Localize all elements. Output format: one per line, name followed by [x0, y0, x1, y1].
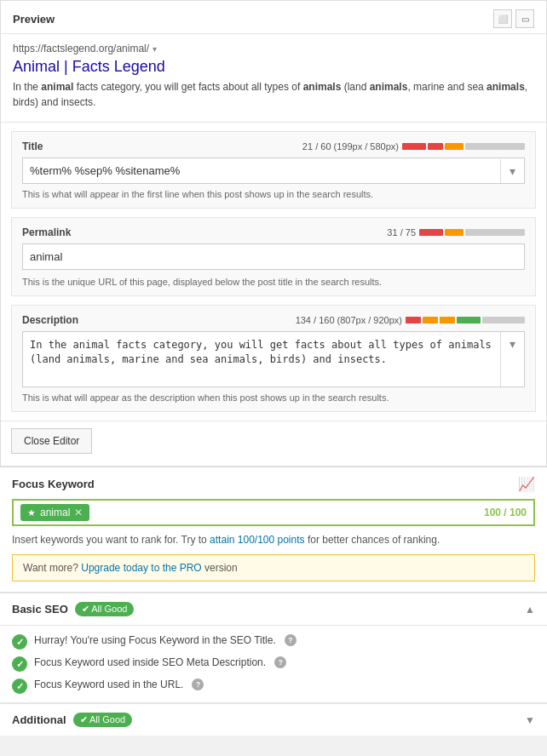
keyword-hint-prefix: Insert keywords you want to rank for. Tr… — [12, 534, 207, 546]
upgrade-suffix: version — [204, 562, 238, 574]
description-dropdown-icon[interactable]: ▾ — [500, 332, 524, 387]
additional-label: Additional — [12, 713, 66, 726]
keyword-star-icon: ★ — [27, 507, 36, 518]
desktop-icon: ⬜ — [498, 14, 508, 24]
preview-url-row: https://factslegend.org/animal/ ▾ — [13, 43, 534, 54]
description-textarea[interactable]: In the animal facts category, you will g… — [23, 332, 500, 387]
keyword-remove-icon[interactable]: ✕ — [74, 507, 83, 518]
check-text-3: Focus Keyword used in the URL. — [34, 679, 183, 690]
additional-section: Additional ✔ All Good ▼ — [0, 703, 547, 736]
title-bar-1 — [402, 143, 426, 150]
keyword-hint-link[interactable]: attain 100/100 points — [210, 534, 304, 546]
additional-badge: ✔ All Good — [73, 713, 133, 727]
desc-bar-3 — [440, 317, 455, 324]
title-field-section: Title 21 / 60 (199px / 580px) ▾ This is … — [11, 131, 536, 209]
info-icon-3[interactable]: ? — [192, 679, 204, 690]
title-counter-text: 21 / 60 (199px / 580px) — [302, 141, 399, 152]
check-text-2: Focus Keyword used inside SEO Meta Descr… — [34, 656, 266, 668]
preview-icons: ⬜ ▭ — [493, 9, 534, 28]
check-item-1: Hurray! You're using Focus Keyword in th… — [12, 634, 535, 650]
check-icon-3 — [12, 679, 27, 694]
keyword-input-wrapper[interactable]: ★ animal ✕ 100 / 100 — [12, 499, 535, 526]
title-input-wrapper: ▾ — [22, 158, 525, 184]
focus-keyword-label: Focus Keyword — [12, 478, 95, 490]
desc-bar-2 — [423, 317, 438, 324]
preview-page-title[interactable]: Animal | Facts Legend — [13, 58, 534, 76]
title-input[interactable] — [23, 158, 500, 183]
description-field-section: Description 134 / 160 (807px / 920px) In… — [11, 305, 536, 412]
basic-seo-body: Hurray! You're using Focus Keyword in th… — [0, 626, 547, 703]
keyword-hint-suffix: for better chances of ranking. — [308, 534, 440, 546]
mobile-view-button[interactable]: ▭ — [515, 9, 534, 28]
check-item-2: Focus Keyword used inside SEO Meta Descr… — [12, 656, 535, 672]
title-bar-4 — [465, 143, 525, 150]
focus-keyword-header: Focus Keyword 📈 — [12, 476, 535, 492]
permalink-bar-2 — [445, 229, 464, 236]
additional-header[interactable]: Additional ✔ All Good ▼ — [0, 704, 547, 736]
close-editor-button[interactable]: Close Editor — [11, 428, 92, 454]
preview-url-text: https://factslegend.org/animal/ — [13, 43, 149, 54]
title-dropdown-icon[interactable]: ▾ — [500, 159, 524, 183]
desktop-view-button[interactable]: ⬜ — [493, 9, 512, 28]
title-progress-bars — [402, 143, 525, 150]
title-label-row: Title 21 / 60 (199px / 580px) — [22, 140, 525, 152]
permalink-hint: This is the unique URL of this page, dis… — [22, 277, 525, 287]
permalink-counter-text: 31 / 75 — [387, 227, 416, 238]
upgrade-prefix: Want more? — [23, 562, 78, 574]
url-dropdown-arrow[interactable]: ▾ — [153, 44, 157, 54]
preview-header: Preview ⬜ ▭ — [1, 1, 546, 34]
description-counter-text: 134 / 160 (807px / 920px) — [296, 315, 402, 325]
description-progress-bars — [406, 317, 525, 324]
keyword-score: 100 / 100 — [484, 507, 527, 518]
basic-seo-label: Basic SEO — [12, 603, 68, 616]
permalink-counter: 31 / 75 — [387, 227, 525, 238]
info-icon-1[interactable]: ? — [285, 634, 297, 646]
basic-seo-badge: ✔ All Good — [75, 602, 135, 616]
permalink-field-section: Permalink 31 / 75 This is the unique URL… — [11, 217, 536, 296]
additional-title: Additional ✔ All Good — [12, 713, 132, 727]
preview-body: https://factslegend.org/animal/ ▾ Animal… — [1, 34, 546, 123]
title-counter: 21 / 60 (199px / 580px) — [302, 141, 525, 152]
title-bar-2 — [428, 143, 443, 150]
description-label-row: Description 134 / 160 (807px / 920px) — [22, 314, 525, 326]
title-bar-3 — [445, 143, 464, 150]
desc-bar-4 — [457, 317, 481, 324]
check-icon-2 — [12, 656, 27, 672]
check-item-3: Focus Keyword used in the URL. ? — [12, 679, 535, 694]
focus-keyword-section: Focus Keyword 📈 ★ animal ✕ 100 / 100 Ins… — [0, 467, 547, 593]
preview-description: In the animal facts category, you will g… — [13, 79, 534, 110]
basic-seo-chevron: ▲ — [525, 604, 535, 616]
permalink-input[interactable] — [22, 243, 525, 270]
title-hint: This is what will appear in the first li… — [22, 189, 525, 199]
additional-chevron: ▼ — [525, 714, 535, 726]
keyword-hint: Insert keywords you want to rank for. Tr… — [12, 532, 535, 547]
upgrade-banner: Want more? Upgrade today to the PRO vers… — [12, 554, 535, 581]
check-icon-1 — [12, 634, 27, 650]
permalink-label-row: Permalink 31 / 75 — [22, 226, 525, 238]
permalink-bar-1 — [419, 229, 443, 236]
basic-seo-title: Basic SEO ✔ All Good — [12, 602, 134, 616]
description-hint: This is what will appear as the descript… — [22, 392, 525, 403]
upgrade-link[interactable]: Upgrade today to the PRO — [81, 562, 201, 574]
desc-bar-1 — [406, 317, 421, 324]
permalink-label: Permalink — [22, 226, 71, 238]
preview-panel: Preview ⬜ ▭ https://factslegend.org/anim… — [0, 0, 547, 467]
chart-icon[interactable]: 📈 — [518, 476, 535, 492]
check-text-1: Hurray! You're using Focus Keyword in th… — [34, 634, 276, 646]
mobile-icon: ▭ — [521, 14, 529, 24]
basic-seo-header[interactable]: Basic SEO ✔ All Good ▲ — [0, 593, 547, 626]
description-label: Description — [22, 314, 78, 326]
keyword-text: animal — [40, 507, 70, 518]
description-textarea-wrapper: In the animal facts category, you will g… — [22, 331, 525, 387]
title-label: Title — [22, 140, 43, 152]
preview-title: Preview — [13, 13, 55, 26]
permalink-progress-bars — [419, 229, 525, 236]
keyword-tag: ★ animal ✕ — [20, 504, 89, 521]
info-icon-2[interactable]: ? — [274, 656, 286, 668]
permalink-bar-3 — [465, 229, 525, 236]
desc-bar-5 — [482, 317, 525, 324]
description-counter: 134 / 160 (807px / 920px) — [296, 315, 525, 325]
seo-fields: Title 21 / 60 (199px / 580px) ▾ This is … — [1, 131, 546, 421]
basic-seo-section: Basic SEO ✔ All Good ▲ Hurray! You're us… — [0, 593, 547, 703]
